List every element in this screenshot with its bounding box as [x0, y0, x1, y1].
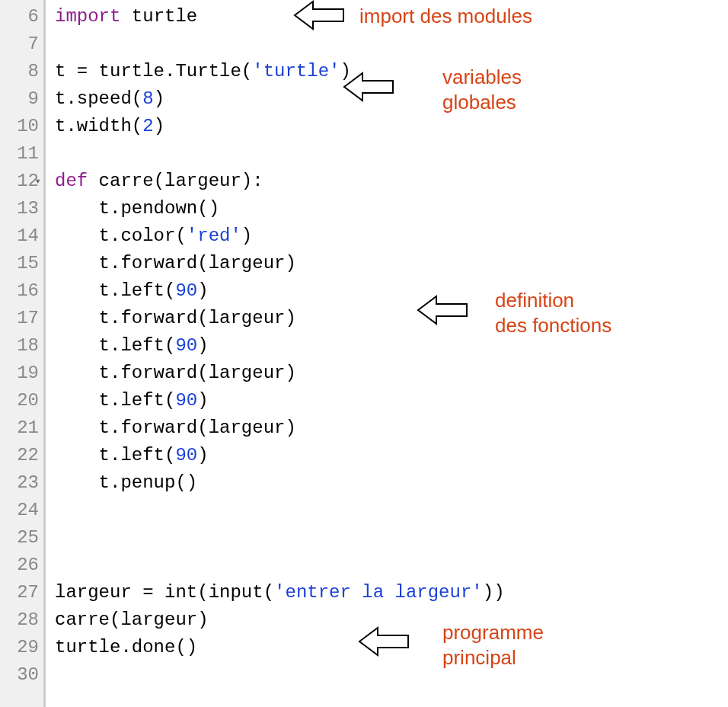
code-line[interactable]: t.forward(largeur)	[55, 250, 728, 277]
line-number: 9	[3, 85, 39, 113]
line-number: 10	[3, 113, 39, 140]
code-line[interactable]	[55, 140, 728, 168]
line-number: 30	[3, 661, 39, 689]
line-number: 28	[3, 606, 39, 634]
arrow-left-icon	[417, 293, 470, 327]
code-line[interactable]: def carre(largeur):	[55, 168, 728, 195]
code-line[interactable]	[55, 30, 728, 58]
code-line[interactable]: t.forward(largeur)	[55, 414, 728, 442]
arrow-left-icon	[343, 70, 396, 104]
line-number: 21	[3, 414, 39, 442]
line-number: 16	[3, 277, 39, 305]
line-number: 18	[3, 332, 39, 360]
line-number: 11	[3, 140, 39, 168]
line-number: 6	[3, 3, 39, 30]
annotation-functions: definition des fonctions	[495, 288, 611, 338]
line-number: 20	[3, 387, 39, 414]
arrow-left-icon	[358, 625, 411, 658]
annotation-variables: variables globales	[442, 65, 522, 114]
code-line[interactable]: t.left(90)	[55, 387, 728, 414]
code-line[interactable]	[55, 661, 728, 689]
line-number-gutter: 6789101112▾13141516171819202122232425262…	[0, 0, 46, 707]
code-line[interactable]	[55, 524, 728, 552]
line-number: 25	[3, 524, 39, 552]
line-number: 12▾	[3, 168, 39, 195]
line-number: 17	[3, 305, 39, 332]
line-number: 26	[3, 552, 39, 579]
code-line[interactable]: t.left(90)	[55, 442, 728, 469]
annotation-main: programme principal	[442, 620, 544, 670]
line-number: 24	[3, 497, 39, 524]
code-line[interactable]: t.color('red')	[55, 222, 728, 250]
fold-toggle-icon[interactable]: ▾	[35, 168, 41, 195]
code-line[interactable]: t.left(90)	[55, 332, 728, 360]
code-line[interactable]: largeur = int(input('entrer la largeur')…	[55, 579, 728, 606]
arrow-left-icon	[293, 0, 346, 32]
line-number: 23	[3, 469, 39, 497]
annotation-import: import des modules	[359, 4, 532, 29]
code-line[interactable]: t.forward(largeur)	[55, 360, 728, 387]
line-number: 29	[3, 634, 39, 661]
code-area[interactable]: import turtlet = turtle.Turtle('turtle')…	[46, 0, 728, 707]
code-editor: 6789101112▾13141516171819202122232425262…	[0, 0, 728, 707]
line-number: 13	[3, 195, 39, 222]
line-number: 8	[3, 58, 39, 85]
code-line[interactable]: t.left(90)	[55, 277, 728, 305]
line-number: 22	[3, 442, 39, 469]
code-line[interactable]: t.forward(largeur)	[55, 305, 728, 332]
code-line[interactable]	[55, 497, 728, 524]
line-number: 27	[3, 579, 39, 606]
line-number: 14	[3, 222, 39, 250]
code-line[interactable]: t.width(2)	[55, 113, 728, 140]
code-line[interactable]: t.penup()	[55, 469, 728, 497]
line-number: 19	[3, 360, 39, 387]
line-number: 7	[3, 30, 39, 58]
code-line[interactable]	[55, 552, 728, 579]
code-line[interactable]: t.pendown()	[55, 195, 728, 222]
line-number: 15	[3, 250, 39, 277]
